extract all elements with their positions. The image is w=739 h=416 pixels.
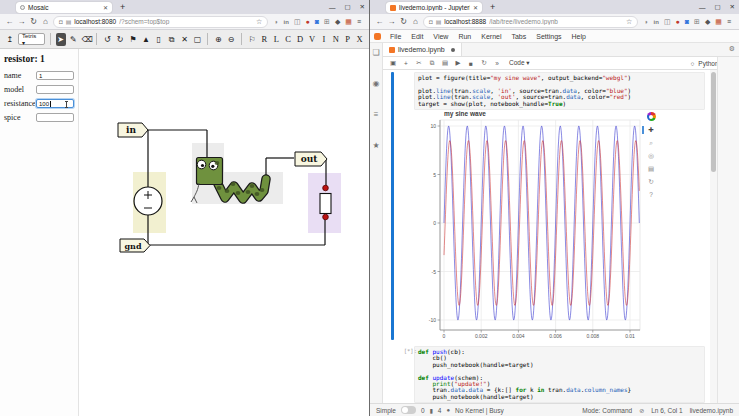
back-button[interactable]: ←	[375, 17, 384, 26]
resistance-input[interactable]: 100	[36, 99, 74, 108]
stop-button[interactable]: ■	[467, 60, 475, 67]
menu-file[interactable]: File	[385, 33, 406, 40]
paste-cell-button[interactable]: ▤	[441, 59, 449, 67]
save-plot-button[interactable]: ▤	[646, 165, 656, 173]
spice-input[interactable]	[36, 113, 74, 122]
component-diode-button[interactable]: D	[296, 33, 305, 46]
pocket-icon[interactable]: ◗	[644, 18, 648, 25]
code-cell[interactable]: plot = figure(title="my sine wave", outp…	[391, 72, 705, 110]
pointer-tool[interactable]: ➤	[56, 33, 66, 46]
linkedin-icon[interactable]: in	[284, 19, 289, 25]
code-editor[interactable]: plot = figure(title="my sine wave", outp…	[414, 72, 705, 110]
url-bar[interactable]: ◘ ▤ localhost:8080/?schem=top$top ☆	[53, 16, 268, 28]
box-zoom-tool[interactable]: ⌕	[646, 139, 656, 147]
component-resistor-button[interactable]: R	[260, 33, 269, 46]
kernel-count[interactable]: 4	[438, 407, 442, 414]
extensions-grid-icon[interactable]: ⊞	[694, 18, 700, 25]
eraser-tool[interactable]: ⌫	[81, 33, 91, 46]
extension-blue-icon[interactable]: ◙	[315, 18, 319, 25]
cut-button[interactable]: ✕	[180, 33, 190, 46]
menu-view[interactable]: View	[428, 33, 453, 40]
reload-button[interactable]: ↻	[399, 17, 408, 26]
component-subckt-button[interactable]: X	[355, 33, 364, 46]
property-inspector-icon[interactable]: ⚙	[729, 45, 735, 53]
menu-run[interactable]: Run	[453, 33, 476, 40]
cell-collapser[interactable]	[391, 346, 394, 403]
copy-button[interactable]: ⧉	[167, 33, 177, 46]
extension-orange-icon[interactable]: ▦	[345, 18, 352, 25]
component-nfet-button[interactable]: N	[331, 33, 340, 46]
code-editor[interactable]: def push(cb): cb() push_notebook(handle=…	[414, 346, 705, 403]
new-tab-button[interactable]: +	[490, 2, 495, 12]
pencil-tool[interactable]: ✎	[69, 33, 79, 46]
extension-dark-icon[interactable]: ◆	[705, 18, 710, 25]
shield-icon[interactable]: ◘	[429, 19, 433, 25]
forward-button[interactable]: →	[387, 17, 396, 26]
component-capacitor-button[interactable]: C	[284, 33, 293, 46]
extension-red-icon[interactable]: ●	[306, 18, 310, 25]
help-button[interactable]: ?	[646, 191, 656, 199]
delete-button[interactable]: ▯	[154, 33, 164, 46]
extensions-grid-icon[interactable]: ⊞	[324, 18, 330, 25]
extension-dark-icon[interactable]: ◆	[335, 18, 340, 25]
save-button[interactable]: ▣	[389, 59, 397, 67]
add-cell-button[interactable]: +	[402, 60, 410, 67]
zoom-out-button[interactable]: ⊖	[226, 33, 236, 46]
kernel-status[interactable]: No Kernel | Busy	[455, 407, 504, 414]
resistor-terminal-top[interactable]	[323, 185, 329, 191]
terminal-count[interactable]: 0	[421, 407, 425, 414]
schematic-select[interactable]: Tetris ▾	[18, 33, 45, 45]
simple-mode-toggle[interactable]	[401, 406, 416, 414]
output-collapser[interactable]	[391, 108, 394, 340]
menu-kernel[interactable]: Kernel	[476, 33, 506, 40]
shield-icon[interactable]: ◘	[59, 19, 63, 25]
notebook-area[interactable]: plot = figure(title="my sine wave", outp…	[383, 70, 717, 403]
running-kernels-icon[interactable]: ◉	[373, 79, 380, 88]
extension-red-icon[interactable]: ●	[676, 18, 680, 25]
browser-tab-jupyter[interactable]: livedemo.ipynb - JupyterL ✕	[386, 2, 482, 13]
extension-orange-icon[interactable]: ▦	[715, 18, 722, 25]
wheel-zoom-tool[interactable]: ◎	[646, 152, 656, 160]
table-of-contents-icon[interactable]: ≡	[374, 110, 379, 119]
voltage-source[interactable]	[134, 187, 162, 215]
menu-help[interactable]: Help	[567, 33, 591, 40]
browser-tab-mosaic[interactable]: Mosaic ✕	[16, 2, 112, 13]
notebook-scrollbar[interactable]	[710, 70, 717, 403]
probe-button[interactable]: ⚐	[247, 33, 257, 46]
close-tab-icon[interactable]: ✕	[473, 4, 478, 11]
pan-tool[interactable]: ✚	[646, 126, 656, 134]
back-button[interactable]: ←	[5, 17, 14, 26]
close-button[interactable]: ✕	[730, 3, 735, 11]
bokeh-logo[interactable]	[647, 112, 656, 121]
close-tab-icon[interactable]: ✕	[103, 4, 108, 11]
export-button[interactable]: ↥	[5, 33, 15, 46]
rotate-ccw-button[interactable]: ↺	[102, 33, 112, 46]
component-pfet-button[interactable]: P	[343, 33, 352, 46]
bookmark-star-icon[interactable]: ☆	[256, 18, 262, 26]
notebook-tab[interactable]: livedemo.ipynb	[383, 43, 462, 56]
run-button[interactable]: ▶	[454, 59, 462, 67]
minimize-button[interactable]: —	[699, 4, 706, 11]
file-browser-icon[interactable]: ❏	[372, 48, 379, 57]
sidebar-icon[interactable]: ◫	[664, 18, 671, 25]
model-input[interactable]	[36, 85, 74, 94]
flip-horizontal-button[interactable]: ⚑	[128, 33, 138, 46]
cell-collapser[interactable]	[391, 72, 394, 110]
paste-button[interactable]: ▢	[193, 33, 203, 46]
menu-tabs[interactable]: Tabs	[506, 33, 531, 40]
maximize-button[interactable]: ▢	[714, 3, 720, 11]
extension-manager-icon[interactable]: ★	[372, 141, 379, 150]
home-button[interactable]: ⌂	[41, 17, 50, 26]
restart-run-all-button[interactable]: »	[493, 60, 501, 67]
copy-cell-button[interactable]: ⧉	[428, 59, 436, 67]
home-button[interactable]: ⌂	[411, 17, 420, 26]
notifications-icon[interactable]: ⊘	[639, 407, 644, 414]
zoom-in-button[interactable]: ⊕	[213, 33, 223, 46]
flip-vertical-button[interactable]: ▲	[141, 33, 151, 46]
menu-settings[interactable]: Settings	[531, 33, 566, 40]
close-button[interactable]: ✕	[360, 3, 365, 11]
bookmark-star-icon[interactable]: ☆	[626, 18, 632, 26]
component-vsource-button[interactable]: V	[308, 33, 317, 46]
editor-mode[interactable]: Mode: Command	[582, 407, 632, 414]
minimize-button[interactable]: —	[329, 4, 336, 11]
